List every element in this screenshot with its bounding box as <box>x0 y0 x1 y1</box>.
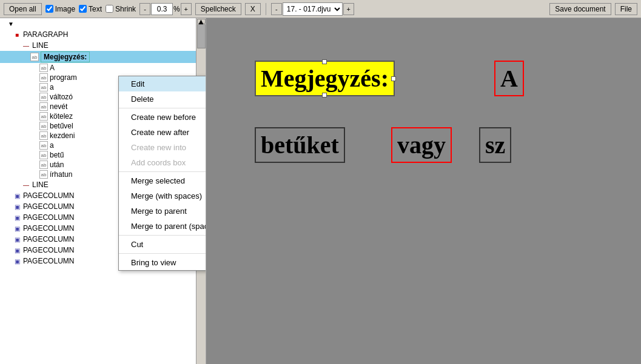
line1-label: LINE <box>32 41 49 50</box>
canvas-word-megjegyzes[interactable]: Megjegyzés: <box>255 61 395 96</box>
shrink-value-input[interactable] <box>151 3 173 15</box>
shrink-checkbox[interactable] <box>106 5 113 13</box>
pc5-icon: ▣ <box>12 234 22 244</box>
word-icon-utan: ab <box>39 160 48 169</box>
pc2-icon: ▣ <box>12 202 22 211</box>
menu-item-merge-selected[interactable]: Merge selected <box>119 173 206 188</box>
menu-item-edit[interactable]: Edit <box>119 76 206 91</box>
handle-right[interactable] <box>391 76 396 81</box>
line1-icon: — <box>21 41 31 50</box>
shrink-control: - % + <box>139 3 192 15</box>
menu-item-bring-to-view[interactable]: Bring to view <box>119 255 206 270</box>
word-a2-label: a <box>50 83 54 91</box>
word-icon-A: ab <box>39 64 48 72</box>
menu-separator-1 <box>119 108 206 108</box>
shrink-pct-label: % <box>173 5 180 13</box>
word-icon-irhatun: ab <box>39 170 48 179</box>
pc5-label: PAGECOLUMN <box>23 235 74 243</box>
text-checkbox-label[interactable]: Text <box>79 5 102 13</box>
word-irhatun-label: írhatun <box>50 170 72 179</box>
pc7-icon: ▣ <box>12 256 22 266</box>
handle-top[interactable] <box>322 59 327 64</box>
paragraph-label: PARAGRAPH <box>23 30 68 39</box>
shrink-minus-button[interactable]: - <box>139 3 150 15</box>
canvas-word-sz[interactable]: sz <box>479 127 511 163</box>
word-kotele-label: kötelez <box>50 112 73 121</box>
word-icon-nevet: ab <box>39 102 48 111</box>
word-icon-kotele: ab <box>39 112 48 121</box>
menu-item-merge-parent-spaces[interactable]: Merge to parent (spaces) <box>119 219 206 234</box>
context-menu: Edit Delete Create new before Create new… <box>118 76 206 271</box>
tree-node-line1[interactable]: — LINE <box>0 40 206 51</box>
menu-item-delete[interactable]: Delete <box>119 91 206 107</box>
word-nevet-label: nevét <box>50 102 67 111</box>
word-kezdeni-label: kezdeni <box>50 131 75 140</box>
megjegyzes-label: Megjegyzés: <box>41 51 90 62</box>
word-icon-kezdeni: ab <box>39 131 48 140</box>
tree-node-paragraph[interactable]: ■ PARAGRAPH <box>0 29 206 40</box>
menu-item-create-after[interactable]: Create new after <box>119 125 206 140</box>
toolbar: Open all Image Text Shrink - % + Spellch… <box>0 0 641 18</box>
tree-root[interactable]: ▼ <box>0 18 206 29</box>
menu-item-cut[interactable]: Cut <box>119 237 206 252</box>
shrink-checkbox-label[interactable]: Shrink <box>106 5 136 13</box>
word-icon-valtozo: ab <box>39 93 48 101</box>
line2-icon: — <box>21 180 31 190</box>
word-a3-label: a <box>50 141 54 150</box>
pc1-icon: ▣ <box>12 191 22 200</box>
image-checkbox[interactable] <box>45 5 53 13</box>
nav-plus-button[interactable]: + <box>343 3 354 15</box>
line2-label: LINE <box>32 180 49 189</box>
menu-separator-4 <box>119 253 206 254</box>
word-icon-betuvel: ab <box>39 122 48 130</box>
nav-control: - 17. - 017.djvu + <box>271 2 354 16</box>
shrink-plus-button[interactable]: + <box>181 3 192 15</box>
pc3-icon: ▣ <box>12 213 22 222</box>
menu-item-create-into: Create new into <box>119 140 206 155</box>
canvas-word-sz-text: sz <box>485 131 505 159</box>
separator-1 <box>266 3 266 15</box>
open-all-button[interactable]: Open all <box>4 3 42 15</box>
left-panel: ▼ ■ PARAGRAPH — LINE ab Megjegyzés: ab A <box>0 18 206 364</box>
text-checkbox[interactable] <box>79 5 87 13</box>
nav-minus-button[interactable]: - <box>271 3 282 15</box>
pc1-label: PAGECOLUMN <box>23 191 74 200</box>
expand-icon: ▼ <box>6 19 16 28</box>
menu-item-merge-spaces[interactable]: Merge (with spaces) <box>119 188 206 204</box>
handle-bottom[interactable] <box>322 93 327 98</box>
canvas-word-A[interactable]: A <box>494 61 524 96</box>
scroll-thumb[interactable] <box>197 24 206 48</box>
paragraph-icon: ■ <box>12 30 22 39</box>
word-icon-betu: ab <box>39 151 48 159</box>
x-button[interactable]: X <box>245 3 261 15</box>
pc6-label: PAGECOLUMN <box>23 246 74 254</box>
canvas-word-betuket[interactable]: betűket <box>255 127 345 163</box>
right-panel: Megjegyzés: A betűket vagy sz <box>206 18 641 364</box>
canvas-word-betuket-text: betűket <box>261 131 339 159</box>
scroll-up-arrow[interactable]: ▲ <box>197 19 206 24</box>
canvas-area: Megjegyzés: A betűket vagy sz <box>218 30 629 352</box>
tree-node-w-A[interactable]: ab A <box>0 63 206 73</box>
word-program-label: program <box>50 73 77 82</box>
file-button[interactable]: File <box>615 3 637 15</box>
pc4-label: PAGECOLUMN <box>23 224 74 233</box>
canvas-word-vagy[interactable]: vagy <box>391 127 452 163</box>
pc2-label: PAGECOLUMN <box>23 202 74 211</box>
image-label: Image <box>55 5 75 13</box>
save-document-button[interactable]: Save document <box>549 3 611 15</box>
word-icon-program: ab <box>39 73 48 82</box>
canvas-word-vagy-text: vagy <box>397 131 446 159</box>
spellcheck-button[interactable]: Spellcheck <box>195 3 241 15</box>
pc6-icon: ▣ <box>12 245 22 255</box>
menu-separator-3 <box>119 235 206 236</box>
menu-item-merge-parent[interactable]: Merge to parent <box>119 204 206 219</box>
text-label: Text <box>89 5 102 13</box>
word-betu-label: betű <box>50 151 64 159</box>
tree-node-megjegyzes[interactable]: ab Megjegyzés: <box>0 51 206 63</box>
canvas-word-A-text: A <box>500 65 518 92</box>
nav-select[interactable]: 17. - 017.djvu <box>283 2 343 16</box>
image-checkbox-label[interactable]: Image <box>45 5 75 13</box>
megjegyzes-word-icon: ab <box>30 53 39 61</box>
menu-item-add-coords: Add coords box <box>119 155 206 170</box>
menu-item-create-before[interactable]: Create new before <box>119 110 206 125</box>
